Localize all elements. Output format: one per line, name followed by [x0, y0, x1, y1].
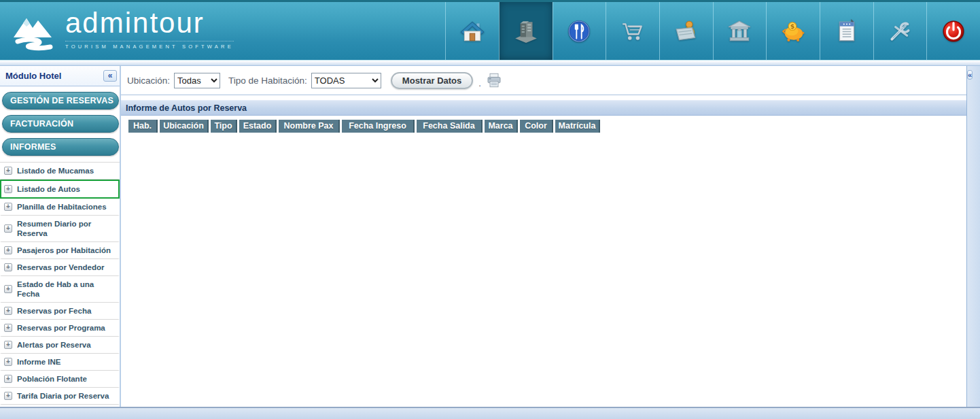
- sidebar-item-listado-de-mucamas[interactable]: + Listado de Mucamas: [0, 163, 120, 180]
- report-table-header: Hab. Ubicación Tipo Estado Nombre Pax Fe…: [128, 120, 966, 133]
- column-header-matricula: Matrícula: [555, 120, 600, 133]
- mostrar-datos-button[interactable]: Mostrar Datos: [391, 72, 473, 89]
- right-panel-strip: «: [966, 66, 980, 407]
- restaurant-icon: [566, 18, 592, 44]
- expand-plus-icon: +: [4, 224, 12, 233]
- sidebar-item-reservas-por-programa[interactable]: + Reservas por Programa: [0, 320, 120, 337]
- expand-plus-icon: +: [4, 358, 12, 366]
- expand-plus-icon: +: [4, 263, 12, 271]
- sidebar-item-poblacion-flotante[interactable]: + Población Flotante: [0, 371, 120, 388]
- sidebar-item-reservas-por-vendedor[interactable]: + Reservas por Vendedor: [0, 259, 120, 276]
- ubicacion-select[interactable]: Todas: [174, 73, 220, 88]
- nav-tab-reports[interactable]: [820, 2, 873, 60]
- sidebar-item-alertas-por-reserva[interactable]: + Alertas por Reserva: [0, 337, 120, 354]
- sidebar-item-listado-de-autos[interactable]: + Listado de Autos: [0, 180, 120, 199]
- column-header-marca: Marca: [485, 120, 518, 133]
- column-header-ubicacion: Ubicación: [160, 120, 209, 133]
- report-icon: [834, 18, 860, 44]
- nav-tab-logout[interactable]: [926, 2, 980, 60]
- bank-icon: [727, 18, 752, 44]
- tipo-habitacion-select[interactable]: TODAS: [311, 73, 381, 88]
- nav-tab-sales[interactable]: [606, 2, 659, 60]
- expand-plus-icon: +: [4, 285, 12, 293]
- sidebar-item-auditoria-diaria-por[interactable]: + Auditoría Diaria por: [0, 405, 120, 407]
- nav-tab-restaurant[interactable]: [553, 2, 606, 60]
- header-divider-strip: [0, 60, 980, 66]
- expand-plus-icon: +: [4, 324, 12, 332]
- sidebar-collapse-button[interactable]: «: [103, 70, 117, 82]
- bottom-scroll-strip[interactable]: [0, 407, 980, 419]
- expand-plus-icon: +: [4, 167, 12, 175]
- expand-plus-icon: +: [4, 392, 12, 400]
- app-header: admintour TOURISM MANAGEMENT SOFTWARE: [0, 0, 980, 60]
- mountain-logo-icon: [12, 12, 61, 52]
- sidebar-item-pasajeros-por-habitacion[interactable]: + Pasajeros por Habitación: [0, 242, 120, 259]
- nav-tab-finance[interactable]: $: [766, 2, 820, 60]
- sidebar-menu: + Listado de Mucamas + Listado de Autos …: [0, 162, 120, 407]
- expand-plus-icon: +: [4, 341, 12, 349]
- ubicacion-label: Ubicación:: [127, 76, 170, 86]
- column-header-fecha-salida: Fecha Salida: [417, 120, 483, 133]
- column-header-color: Color: [520, 120, 553, 133]
- main-content: Ubicación: Todas Tipo de Habitación: TOD…: [121, 66, 966, 407]
- sidebar: Módulo Hotel « GESTIÓN DE RESERVAS FACTU…: [0, 66, 121, 407]
- nav-tab-bank[interactable]: [713, 2, 767, 60]
- expand-plus-icon: +: [4, 375, 12, 383]
- power-icon: [941, 18, 966, 44]
- sidebar-item-resumen-diario-por-reserva[interactable]: + Resumen Diario por Reserva: [0, 216, 120, 242]
- expand-plus-icon: +: [4, 307, 12, 315]
- column-header-nombre-pax: Nombre Pax: [279, 120, 340, 133]
- column-header-estado: Estado: [239, 120, 277, 133]
- column-header-hab: Hab.: [128, 120, 158, 133]
- filter-bar: Ubicación: Todas Tipo de Habitación: TOD…: [121, 66, 966, 95]
- nav-tab-settings[interactable]: [873, 2, 927, 60]
- expand-plus-icon: +: [4, 203, 12, 211]
- print-button[interactable]: [485, 72, 503, 88]
- shopping-cart-icon: [620, 18, 646, 44]
- sidebar-section-facturacion[interactable]: FACTURACIÓN: [2, 115, 119, 133]
- main-nav: $: [445, 2, 980, 60]
- nav-tab-reception[interactable]: [659, 2, 713, 60]
- sidebar-item-planilla-de-habitaciones[interactable]: + Planilla de Habitaciones: [0, 199, 120, 216]
- sidebar-item-tarifa-diaria-por-reserva[interactable]: + Tarifa Diaria por Reserva: [0, 388, 120, 405]
- app-window: admintour TOURISM MANAGEMENT SOFTWARE: [0, 0, 980, 419]
- dot-separator: .: [478, 78, 481, 88]
- logo-text: admintour: [65, 7, 234, 39]
- sidebar-title: Módulo Hotel: [5, 71, 61, 81]
- report-title-bar: Informe de Autos por Reserva: [121, 100, 966, 116]
- tipo-habitacion-label: Tipo de Habitación:: [228, 76, 307, 86]
- expand-plus-icon: +: [4, 185, 12, 193]
- reception-icon: [673, 18, 699, 44]
- sidebar-item-reservas-por-fecha[interactable]: + Reservas por Fecha: [0, 303, 120, 320]
- piggy-bank-icon: $: [780, 18, 806, 44]
- printer-icon: [485, 72, 503, 88]
- expand-plus-icon: +: [4, 246, 12, 254]
- tools-icon: [887, 18, 913, 44]
- hotel-buildings-icon: [513, 18, 539, 44]
- sidebar-item-estado-de-hab-a-una-fecha[interactable]: + Estado de Hab a una Fecha: [0, 276, 120, 303]
- sidebar-section-informes[interactable]: INFORMES: [2, 138, 119, 156]
- sidebar-item-informe-ine[interactable]: + Informe INE: [0, 354, 120, 371]
- column-header-tipo: Tipo: [211, 120, 237, 133]
- right-panel-collapse-button[interactable]: «: [967, 70, 973, 80]
- svg-text:$: $: [790, 22, 795, 30]
- home-icon: [459, 18, 485, 44]
- nav-tab-hotel[interactable]: [499, 2, 553, 60]
- app-logo: admintour TOURISM MANAGEMENT SOFTWARE: [12, 7, 234, 52]
- sidebar-section-gestion-de-reservas[interactable]: GESTIÓN DE RESERVAS: [2, 92, 119, 110]
- logo-tagline: TOURISM MANAGEMENT SOFTWARE: [65, 41, 234, 50]
- nav-tab-home[interactable]: [445, 2, 499, 60]
- column-header-fecha-ingreso: Fecha Ingreso: [342, 120, 415, 133]
